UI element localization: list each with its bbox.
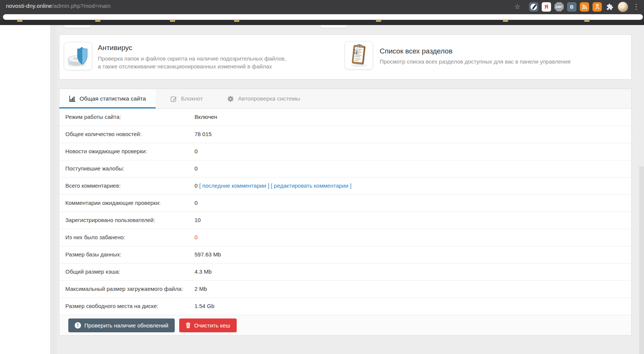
stats-row-value: Включен (195, 114, 217, 120)
stats-row-label: Размер базы данных: (65, 251, 121, 258)
edit-icon (171, 96, 177, 102)
stats-row: Общее количество новостей:78 015 (59, 126, 631, 143)
stats-row-value: 0 (195, 234, 197, 240)
stats-row: Общий размер кэша:4.3 Mb (59, 264, 631, 281)
bookmark-folder-icon[interactable] (234, 20, 239, 22)
vk-extension-icon[interactable]: B (567, 2, 576, 12)
person-icon (594, 4, 600, 10)
screen: novosti-dny.online/admin.php?mod=main ☆ … (0, 0, 644, 354)
bookmark-folder-icon[interactable] (376, 20, 381, 22)
bookmark-star-icon[interactable]: ☆ (514, 3, 520, 10)
clear-cache-label: Очистить кеш (194, 322, 230, 329)
shortcut-cards-panel: Антивирус Проверка папок и файлов скрипт… (59, 34, 632, 80)
stats-row-label: Общий размер кэша: (65, 268, 120, 275)
stats-row-value: 2 Mb (195, 286, 207, 292)
check-updates-button[interactable]: ! Проверить наличие обновлений (68, 318, 175, 332)
bookmark-folder-icon[interactable] (584, 20, 589, 22)
clipped-card-icon-top (320, 25, 348, 28)
stats-row-value: 0 (195, 200, 197, 206)
stats-row-label: Новости ожидающие проверки: (65, 148, 147, 154)
stats-row: Режим работы сайта:Включен (59, 109, 631, 126)
stats-row-value: 0 (195, 165, 197, 172)
extensions-puzzle-icon[interactable] (605, 2, 615, 12)
sections-card-description: Просмотр списка всех разделов доступных … (380, 58, 596, 65)
bookmarks-bar (0, 20, 644, 25)
exclamation-circle-icon: ! (75, 322, 81, 329)
rss-icon (582, 4, 587, 10)
clipped-card-icon-top (63, 25, 91, 28)
stats-row: Зарегистрировано пользователей:10 (59, 212, 631, 229)
tabs-bar: Общая статистика сайта Блокнот (59, 89, 631, 109)
stats-row-links: [ последние комментарии ] [ редактироват… (197, 182, 351, 189)
page-scrollbar-thumb[interactable] (639, 166, 644, 354)
trash-icon (186, 322, 191, 328)
recent-comments-link[interactable]: последние комментарии (202, 182, 266, 189)
stats-row-label: Поступившие жалобы: (65, 165, 124, 172)
tab-label: Блокнот (181, 95, 203, 102)
stats-row-value: 0 [ последние комментарии ] [ редактиров… (195, 182, 351, 189)
bookmark-folder-icon[interactable] (503, 20, 508, 22)
adblock-extension-icon[interactable]: ABP (554, 2, 564, 12)
stats-row: Максимальный размер загружаемого файла:2… (59, 281, 631, 298)
yandex-extension-icon[interactable]: Я (542, 2, 551, 12)
stats-row-value: 0 (195, 148, 197, 154)
browser-menu-icon[interactable]: ⋮ (631, 3, 641, 10)
edit-comments-link[interactable]: редактировать комментарии (274, 182, 348, 189)
tab-notepad[interactable]: Блокнот (161, 89, 213, 108)
panel-footer: ! Проверить наличие обновлений Очистить … (59, 315, 631, 335)
stats-row-value: 78 015 (195, 131, 212, 137)
sections-card-icon[interactable] (345, 41, 373, 70)
gear-icon (227, 96, 234, 102)
url-path: /admin.php?mod=main (52, 3, 111, 9)
antivirus-card-icon[interactable] (64, 42, 92, 70)
odnoklassniki-extension-icon[interactable] (592, 2, 602, 12)
tab-general-statistics[interactable]: Общая статистика сайта (59, 89, 156, 108)
admin-page: Антивирус Проверка папок и файлов скрипт… (0, 25, 644, 354)
stats-row-label: Режим работы сайта: (65, 114, 121, 120)
bookmark-folder-icon[interactable] (95, 20, 100, 22)
stats-row-value: 4.3 Mb (195, 268, 212, 275)
stats-row-value: 1.54 Gb (195, 303, 214, 309)
mouse-cursor (354, 49, 358, 55)
omnibox-input[interactable] (3, 14, 643, 20)
stats-row-label: Размер свободного места на диске: (65, 303, 158, 309)
puzzle-icon (606, 3, 613, 10)
site-statistics-panel: Общая статистика сайта Блокнот (59, 89, 632, 336)
url-host: novosti-dny.online (6, 3, 52, 9)
stats-rows: Режим работы сайта:ВключенОбщее количест… (59, 109, 631, 315)
stats-row-value: 597.63 Mb (195, 251, 221, 258)
antivirus-card-title[interactable]: Антивирус (98, 44, 132, 52)
stats-row: Новости ожидающие проверки:0 (59, 143, 631, 160)
antivirus-card-description: Проверка папок и файлов скрипта на налич… (98, 55, 286, 70)
tab-label: Общая статистика сайта (80, 95, 146, 102)
clipboard-icon (345, 41, 373, 69)
browser-actions: ☆ Я ABP B (514, 1, 641, 12)
antivirus-shield-disk-icon (64, 42, 92, 70)
bookmark-folder-icon[interactable] (170, 20, 175, 22)
stats-row-label: Максимальный размер загружаемого файла: (65, 286, 183, 292)
sidebar-scrollbar[interactable] (50, 25, 57, 354)
stats-row: Из них было забанено:0 (59, 229, 631, 246)
bar-chart-icon (69, 96, 75, 102)
stats-row: Поступившие жалобы:0 (59, 160, 631, 178)
stats-row: Размер свободного места на диске:1.54 Gb (59, 298, 631, 315)
stats-row-label: Из них было забанено: (65, 234, 125, 240)
address-url[interactable]: novosti-dny.online/admin.php?mod=main (6, 3, 111, 9)
tab-label: Автопроверка системы (238, 95, 300, 102)
stats-row-label: Всего комментариев: (65, 182, 121, 189)
stats-row: Комментарии ожидающие проверки:0 (59, 195, 631, 212)
stats-row: Размер базы данных:597.63 Mb (59, 246, 631, 264)
rss-extension-icon[interactable] (580, 2, 589, 12)
left-sidebar-area (0, 25, 50, 354)
stats-row: Всего комментариев:0 [ последние коммент… (59, 178, 631, 195)
stats-row-value: 10 (195, 217, 201, 223)
check-updates-label: Проверить наличие обновлений (84, 322, 168, 329)
stats-row-label: Комментарии ожидающие проверки: (65, 200, 161, 206)
clear-cache-button[interactable]: Очистить кеш (179, 318, 237, 332)
bookmark-folder-icon[interactable] (17, 20, 22, 22)
tab-system-autocheck[interactable]: Автопроверка системы (218, 89, 309, 108)
stats-row-label: Зарегистрировано пользователей: (65, 217, 155, 223)
profile-avatar[interactable] (618, 2, 628, 12)
sections-card-title[interactable]: Список всех разделов (380, 47, 452, 55)
screenshot-extension-icon[interactable] (529, 2, 538, 12)
